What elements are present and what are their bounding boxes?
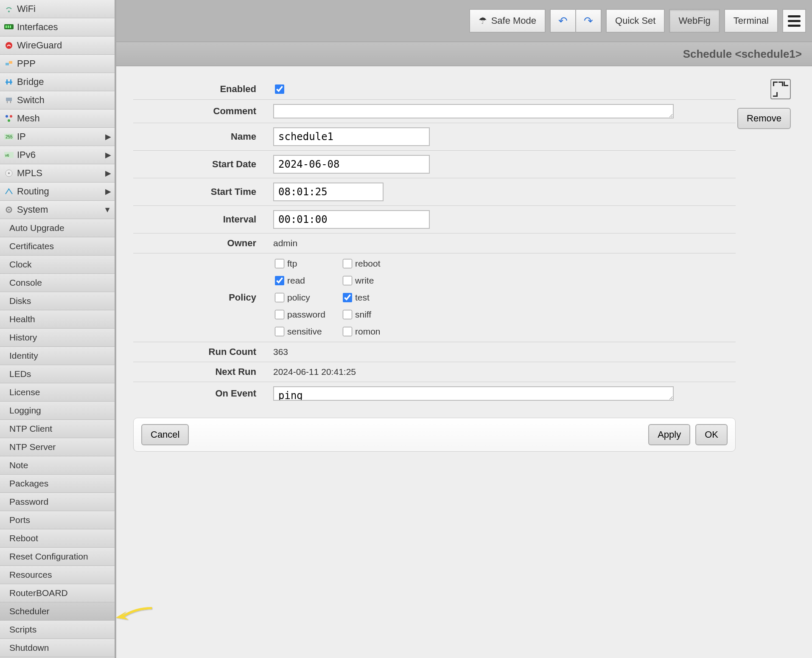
sidebar-sub-identity[interactable]: Identity [0, 347, 115, 365]
sidebar-sub-ports[interactable]: Ports [0, 511, 115, 529]
policy-read-checkbox[interactable] [275, 276, 284, 285]
sidebar-item-mpls[interactable]: MPLS▶ [0, 164, 115, 183]
sidebar-label: MPLS [17, 168, 42, 179]
sidebar-sub-clock[interactable]: Clock [0, 256, 115, 274]
start-time-select[interactable]: 08:01:25 [273, 183, 384, 201]
policy-sniff-checkbox[interactable] [343, 310, 352, 319]
sidebar-item-bridge[interactable]: Bridge [0, 73, 115, 91]
sidebar-sub-disks[interactable]: Disks [0, 292, 115, 310]
comment-input[interactable] [273, 104, 674, 118]
sidebar-sub-scheduler[interactable]: Scheduler [0, 602, 115, 621]
sidebar-item-ppp[interactable]: PPP [0, 55, 115, 73]
system-icon [3, 205, 14, 214]
interfaces-icon [3, 22, 14, 32]
enabled-label: Enabled [133, 84, 273, 95]
sidebar-sub-license[interactable]: License [0, 383, 115, 402]
apply-button[interactable]: Apply [648, 424, 690, 445]
sidebar-sub-console[interactable]: Console [0, 274, 115, 292]
policy-ftp-label: ftp [287, 259, 297, 269]
svg-point-16 [8, 119, 10, 122]
ok-button[interactable]: OK [695, 424, 728, 445]
on-event-input[interactable] [273, 386, 674, 401]
sidebar-sub-reboot[interactable]: Reboot [0, 529, 115, 548]
svg-point-15 [10, 115, 12, 118]
sidebar-item-routing[interactable]: Routing▶ [0, 183, 115, 201]
policy-sensitive-checkbox[interactable] [275, 327, 284, 336]
chevron-right-icon: ▶ [105, 132, 111, 141]
redo-button[interactable]: ↷ [575, 9, 602, 33]
sidebar-sub-history[interactable]: History [0, 329, 115, 347]
policy-password-checkbox[interactable] [275, 310, 284, 319]
sidebar-item-interfaces[interactable]: Interfaces [0, 18, 115, 37]
sidebar-sub-packages[interactable]: Packages [0, 475, 115, 493]
policy-ftp-checkbox[interactable] [275, 259, 284, 268]
sidebar-sub-certificates[interactable]: Certificates [0, 237, 115, 256]
sidebar-item-wireguard[interactable]: WireGuard [0, 37, 115, 55]
safe-mode-button[interactable]: ☂ Safe Mode [469, 9, 546, 33]
sidebar-sub-health[interactable]: Health [0, 310, 115, 329]
remove-button[interactable]: Remove [737, 108, 791, 129]
sidebar-item-switch[interactable]: Switch [0, 91, 115, 110]
policy-test-checkbox[interactable] [343, 293, 352, 302]
sidebar-label: Bridge [17, 76, 44, 87]
sidebar: WiFiInterfacesWireGuardPPPBridgeSwitchMe… [0, 0, 116, 658]
sidebar-sub-shutdown[interactable]: Shutdown [0, 639, 115, 657]
policy-label: Policy [133, 292, 273, 303]
sidebar-item-ip[interactable]: 255IP▶ [0, 128, 115, 146]
svg-rect-4 [10, 25, 11, 28]
sidebar-item-wifi[interactable]: WiFi [0, 0, 115, 18]
sidebar-sub-ntp-server[interactable]: NTP Server [0, 438, 115, 456]
webfig-button[interactable]: WebFig [669, 9, 720, 33]
policy-password-label: password [287, 309, 325, 320]
sidebar-item-system[interactable]: System▼ [0, 201, 115, 219]
undo-button[interactable]: ↶ [550, 9, 575, 33]
sidebar-sub-leds[interactable]: LEDs [0, 365, 115, 383]
sidebar-label: Interfaces [17, 22, 58, 33]
policy-write-checkbox[interactable] [343, 276, 352, 285]
sidebar-label: WireGuard [17, 40, 62, 51]
policy-romon-checkbox[interactable] [343, 327, 352, 336]
sidebar-sub-scripts[interactable]: Scripts [0, 621, 115, 639]
ppp-icon [3, 59, 14, 68]
routing-icon [3, 187, 14, 196]
run-count-label: Run Count [133, 346, 273, 357]
policy-policy-checkbox[interactable] [275, 293, 284, 302]
policy-reboot: reboot [341, 258, 409, 270]
sidebar-sub-note[interactable]: Note [0, 456, 115, 475]
policy-sensitive: sensitive [273, 326, 341, 337]
svg-rect-3 [8, 25, 9, 28]
menu-button[interactable] [782, 9, 806, 33]
cancel-button[interactable]: Cancel [141, 424, 189, 445]
bridge-icon [3, 77, 14, 87]
sidebar-sub-logging[interactable]: Logging [0, 402, 115, 420]
sidebar-item-ipv6[interactable]: v6IPv6▶ [0, 146, 115, 164]
redo-icon: ↷ [584, 14, 593, 28]
policy-policy: policy [273, 292, 341, 304]
start-date-label: Start Date [133, 159, 273, 170]
policy-ftp: ftp [273, 258, 341, 270]
mesh-icon [3, 114, 14, 123]
name-input[interactable] [273, 127, 430, 146]
fullscreen-icon[interactable] [770, 79, 791, 99]
sidebar-sub-auto-upgrade[interactable]: Auto Upgrade [0, 219, 115, 237]
main-area: ☂ Safe Mode ↶ ↷ Quick Set WebFig Termina… [116, 0, 812, 658]
sidebar-sub-ntp-client[interactable]: NTP Client [0, 420, 115, 438]
sidebar-sub-resources[interactable]: Resources [0, 566, 115, 584]
next-run-label: Next Run [133, 366, 273, 377]
chevron-right-icon: ▶ [105, 187, 111, 196]
sidebar-sub-routerboard[interactable]: RouterBOARD [0, 584, 115, 602]
start-date-input[interactable] [273, 155, 430, 174]
interval-input[interactable] [273, 210, 430, 229]
sidebar-item-mesh[interactable]: Mesh [0, 110, 115, 128]
on-event-label: On Event [133, 388, 273, 399]
policy-reboot-checkbox[interactable] [343, 259, 352, 268]
svg-text:v6: v6 [5, 153, 9, 157]
sidebar-sub-reset-configuration[interactable]: Reset Configuration [0, 548, 115, 566]
svg-point-14 [6, 115, 8, 118]
policy-test: test [341, 292, 409, 304]
terminal-button[interactable]: Terminal [724, 9, 778, 33]
interval-label: Interval [133, 214, 273, 225]
enabled-checkbox[interactable] [275, 84, 284, 94]
quick-set-button[interactable]: Quick Set [606, 9, 665, 33]
sidebar-sub-password[interactable]: Password [0, 493, 115, 511]
